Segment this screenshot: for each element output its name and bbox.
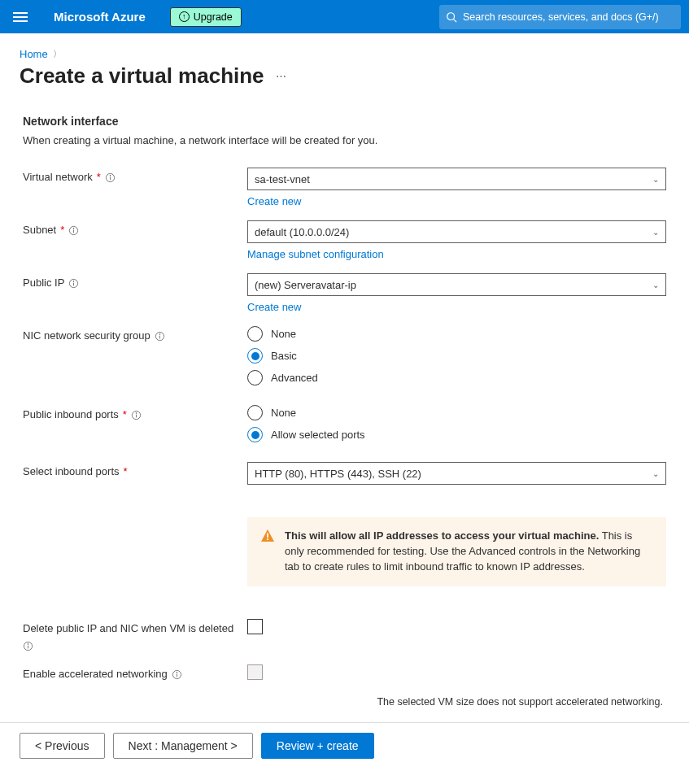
breadcrumb: Home 〉: [20, 48, 669, 60]
breadcrumb-home[interactable]: Home: [20, 48, 48, 60]
subnet-value: default (10.0.0.0/24): [255, 226, 349, 238]
warning-text: This will allow all IP addresses to acce…: [285, 529, 653, 575]
info-icon[interactable]: [68, 278, 79, 289]
nsg-radio-basic-label: Basic: [271, 350, 297, 362]
subnet-manage-link[interactable]: Manage subnet configuration: [247, 248, 384, 260]
select-ports-value: HTTP (80), HTTPS (443), SSH (22): [255, 468, 421, 480]
select-ports-select[interactable]: HTTP (80), HTTPS (443), SSH (22) ⌄: [247, 462, 666, 485]
review-create-button[interactable]: Review + create: [261, 733, 374, 759]
info-icon[interactable]: [172, 669, 182, 680]
nsg-label: NIC network security group: [23, 326, 247, 345]
svg-point-13: [159, 333, 160, 334]
ports-warning-alert: This will allow all IP addresses to acce…: [247, 517, 666, 586]
nsg-radio-advanced-label: Advanced: [271, 372, 318, 384]
svg-point-7: [73, 228, 74, 229]
inbound-radio-none-label: None: [271, 407, 296, 419]
svg-line-1: [454, 19, 457, 22]
accel-networking-label: Enable accelerated networking: [23, 664, 247, 683]
public-ip-label: Public IP: [23, 273, 247, 292]
select-ports-label: Select inbound ports*: [23, 462, 247, 481]
inbound-radio-none[interactable]: [247, 405, 263, 420]
nsg-radio-none-label: None: [271, 328, 296, 340]
delete-ip-checkbox[interactable]: [247, 619, 263, 634]
required-icon: *: [123, 407, 127, 424]
next-button[interactable]: Next : Management >: [113, 733, 253, 759]
info-icon[interactable]: [155, 331, 165, 342]
svg-point-10: [73, 281, 74, 281]
search-icon: [446, 11, 457, 23]
accel-networking-help: The selected VM size does not support ac…: [23, 696, 663, 708]
svg-point-21: [28, 644, 28, 645]
top-bar: Microsoft Azure ↑ Upgrade: [0, 0, 689, 33]
subnet-select[interactable]: default (10.0.0.0/24) ⌄: [247, 220, 666, 243]
chevron-down-icon: ⌄: [652, 469, 659, 478]
inbound-radio-allow[interactable]: [247, 427, 263, 442]
info-icon[interactable]: [131, 410, 142, 420]
page-title: Create a virtual machine: [20, 63, 264, 89]
chevron-down-icon: ⌄: [652, 228, 659, 237]
vnet-create-new-link[interactable]: Create new: [247, 195, 301, 207]
delete-ip-label: Delete public IP and NIC when VM is dele…: [23, 619, 247, 652]
menu-icon[interactable]: [8, 7, 33, 27]
brand-logo[interactable]: Microsoft Azure: [54, 10, 146, 24]
public-ip-value: (new) Serveravatar-ip: [255, 279, 356, 291]
inbound-radio-allow-label: Allow selected ports: [271, 429, 365, 441]
svg-rect-17: [267, 534, 268, 538]
chevron-down-icon: ⌄: [652, 281, 659, 290]
search-input[interactable]: [463, 11, 674, 23]
upgrade-label: Upgrade: [194, 11, 233, 23]
subnet-label: Subnet*: [23, 220, 247, 239]
svg-point-4: [110, 175, 111, 176]
public-ip-create-new-link[interactable]: Create new: [247, 301, 301, 313]
svg-point-16: [136, 412, 137, 413]
footer-bar: < Previous Next : Management > Review + …: [0, 722, 689, 769]
virtual-network-select[interactable]: sa-test-vnet ⌄: [247, 168, 666, 190]
virtual-network-label: Virtual network*: [23, 168, 247, 186]
required-icon: *: [97, 169, 101, 186]
virtual-network-value: sa-test-vnet: [255, 173, 310, 185]
upgrade-button[interactable]: ↑ Upgrade: [170, 7, 242, 27]
svg-point-24: [177, 673, 177, 673]
arrow-up-circle-icon: ↑: [179, 11, 190, 22]
warning-icon: [260, 529, 275, 575]
chevron-right-icon: 〉: [53, 48, 62, 60]
nsg-radio-advanced[interactable]: [247, 370, 263, 385]
more-icon[interactable]: ⋯: [276, 70, 287, 82]
section-subtext: When creating a virtual machine, a netwo…: [23, 134, 666, 146]
svg-point-0: [447, 12, 455, 20]
global-search[interactable]: [439, 5, 681, 29]
info-icon[interactable]: [68, 225, 79, 236]
public-ip-select[interactable]: (new) Serveravatar-ip ⌄: [247, 273, 666, 296]
info-icon[interactable]: [23, 641, 33, 651]
section-heading: Network interface: [23, 115, 666, 128]
svg-rect-18: [267, 538, 268, 540]
info-icon[interactable]: [105, 172, 116, 183]
inbound-ports-label: Public inbound ports*: [23, 405, 247, 424]
nsg-radio-none[interactable]: [247, 326, 263, 342]
previous-button[interactable]: < Previous: [20, 733, 105, 759]
chevron-down-icon: ⌄: [652, 175, 659, 184]
required-icon: *: [124, 464, 128, 481]
required-icon: *: [60, 222, 64, 239]
accel-networking-checkbox: [247, 664, 263, 680]
nsg-radio-basic[interactable]: [247, 348, 263, 364]
